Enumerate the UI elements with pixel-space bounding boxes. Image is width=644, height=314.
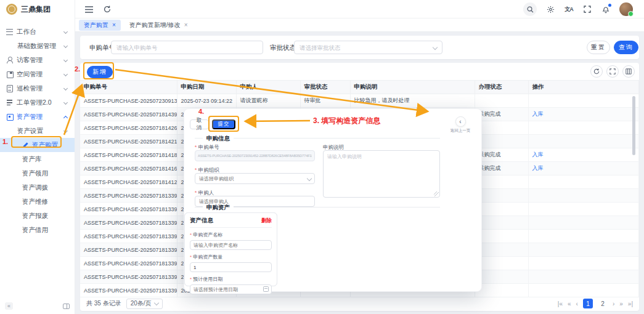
- reset-button[interactable]: 重置: [587, 41, 610, 54]
- first-page-button[interactable]: |«: [558, 300, 563, 307]
- brand-logo-icon: [6, 4, 17, 15]
- sidebar-item[interactable]: 基础数据管理: [0, 39, 75, 53]
- cell-applicant: 请设置昵称: [236, 94, 300, 108]
- cell-action: 入库: [528, 148, 639, 162]
- page-size-select[interactable]: 20条/页: [126, 299, 163, 309]
- sidebar-item[interactable]: 资产借用: [0, 223, 75, 237]
- delete-asset-link[interactable]: 删除: [261, 217, 272, 225]
- order-no-input[interactable]: [111, 41, 263, 54]
- cell-action: [528, 175, 639, 189]
- sidebar-item-icon: [6, 57, 13, 63]
- cell-handle-status: 采购完成: [475, 108, 528, 121]
- next-page-button[interactable]: ›: [613, 300, 614, 307]
- cell-order-no: ASSETS-PURCHASE-20250718133948-E...: [80, 284, 177, 297]
- sidebar-collapse-button[interactable]: «: [5, 302, 13, 310]
- cell-handle-status: [475, 94, 528, 108]
- asset-date-input[interactable]: [190, 284, 272, 294]
- back-button[interactable]: ‹ 返回上一页: [447, 116, 474, 134]
- close-icon[interactable]: ×: [112, 22, 116, 28]
- sidebar-item[interactable]: 资产维修: [0, 195, 75, 209]
- page-tab[interactable]: 资产购置 ×: [79, 20, 121, 31]
- column-settings-icon[interactable]: [622, 65, 635, 78]
- asset-name-label: 申购资产名称: [190, 231, 272, 238]
- sidebar-item[interactable]: 空间管理: [0, 67, 75, 81]
- table-refresh-icon[interactable]: [590, 65, 603, 78]
- new-purchase-dialog: 取消 提交 ‹ 返回上一页 申购信息 申购单号 申购组织 申购人 申购说明 申购…: [184, 108, 482, 292]
- cell-handle-status: [475, 175, 528, 189]
- prev-5-button[interactable]: «: [568, 300, 571, 307]
- next-5-button[interactable]: »: [619, 300, 623, 307]
- user-avatar[interactable]: [619, 2, 633, 16]
- layout-dock-icon[interactable]: [63, 304, 70, 309]
- cell-handle-status: [475, 243, 528, 257]
- note-textarea[interactable]: [323, 150, 440, 198]
- notification-bell-icon[interactable]: [601, 4, 611, 14]
- sidebar-item[interactable]: 资产设置: [0, 124, 75, 138]
- inbound-link[interactable]: 入库: [532, 151, 544, 158]
- gear-icon[interactable]: [545, 4, 555, 14]
- table-row[interactable]: ASSETS-PURCHASE-20250723091331-2... 2025…: [80, 94, 639, 108]
- sidebar-item[interactable]: 资产库: [0, 152, 75, 166]
- section-title-purchase-info: 申购信息: [203, 135, 234, 143]
- cell-handle-status: [475, 121, 528, 135]
- cell-handle-status: [475, 230, 528, 243]
- refresh-page-icon[interactable]: [102, 4, 112, 14]
- add-button[interactable]: 新增: [87, 66, 113, 78]
- approval-status-select[interactable]: [294, 41, 442, 54]
- page-number-button[interactable]: 2: [598, 299, 608, 308]
- sidebar-item-icon: [22, 142, 29, 148]
- sidebar-item-label: 工单管理2.0: [17, 99, 52, 107]
- inbound-link[interactable]: 入库: [532, 111, 544, 117]
- submit-button[interactable]: 提交: [212, 119, 235, 129]
- sidebar-item[interactable]: 资产购置: [0, 138, 75, 152]
- search-icon[interactable]: [523, 2, 537, 16]
- search-button[interactable]: 查询: [614, 41, 638, 54]
- inbound-link[interactable]: 入库: [532, 165, 544, 171]
- cell-date: 2025-07-23 09:14:22: [177, 94, 236, 108]
- close-icon[interactable]: ×: [184, 22, 188, 28]
- chevron-down-icon: [63, 30, 68, 34]
- sidebar-item[interactable]: 工作台: [0, 25, 75, 39]
- fullscreen-icon[interactable]: [582, 4, 592, 14]
- cell-order-no: ASSETS-PURCHASE-20250718141618-5...: [80, 162, 177, 175]
- cell-action: [528, 284, 639, 297]
- app-window: 三鼎集团 工作台 基础数据管理 访客管理: [0, 0, 644, 314]
- sidebar-item[interactable]: 巡检管理: [0, 81, 75, 95]
- table-header-cell: 申购说明: [350, 81, 475, 94]
- asset-qty-input[interactable]: [190, 262, 272, 272]
- calendar-icon: [263, 286, 269, 292]
- hamburger-menu-icon[interactable]: [84, 4, 94, 14]
- sidebar-item-label: 资产库: [22, 155, 42, 164]
- org-select[interactable]: [195, 173, 315, 184]
- page-number-button[interactable]: 1: [583, 299, 593, 308]
- chevron-down-icon: [63, 116, 68, 120]
- sidebar-item-label: 资产领用: [22, 169, 48, 178]
- cancel-button[interactable]: 取消: [190, 119, 209, 129]
- sidebar-item[interactable]: 资产调拨: [0, 180, 75, 195]
- chevron-down-icon: [153, 300, 158, 305]
- cell-handle-status: 采购完成: [475, 148, 528, 162]
- sidebar: 三鼎集团 工作台 基础数据管理 访客管理: [0, 0, 75, 314]
- sidebar-item[interactable]: 访客管理: [0, 53, 75, 67]
- annotation-step2-number: 2.: [75, 65, 80, 73]
- sidebar-item[interactable]: 工单管理2.0: [0, 95, 75, 110]
- prev-page-button[interactable]: ‹: [576, 300, 578, 307]
- sidebar-item-label: 资产调拨: [22, 183, 48, 192]
- section-divider: 申购资产: [195, 207, 440, 207]
- chevron-down-icon: [63, 44, 68, 48]
- cell-handle-status: [475, 257, 528, 270]
- sidebar-menu: 工作台 基础数据管理 访客管理 空间管理: [0, 25, 75, 237]
- cell-order-no: ASSETS-PURCHASE-20250718133948-E...: [80, 203, 177, 216]
- sidebar-item[interactable]: 资产报废: [0, 209, 75, 223]
- table-scrollbar[interactable]: [632, 96, 635, 155]
- sidebar-item-label: 资产维修: [22, 198, 48, 206]
- table-fullscreen-icon[interactable]: [606, 65, 619, 78]
- sidebar-item[interactable]: 资产领用: [0, 166, 75, 180]
- sidebar-item-label: 访客管理: [17, 56, 43, 65]
- asset-name-input[interactable]: [190, 240, 272, 250]
- page-tab[interactable]: 资产购置新增/修改 ×: [124, 20, 193, 31]
- sidebar-item-label: 资产购置: [32, 141, 58, 150]
- sidebar-item[interactable]: 资产管理: [0, 110, 75, 124]
- last-page-button[interactable]: »|: [628, 300, 633, 307]
- translate-icon[interactable]: 文A: [564, 4, 574, 14]
